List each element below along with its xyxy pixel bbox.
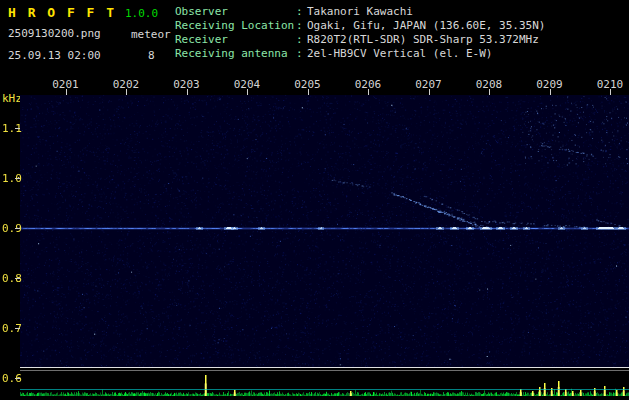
info-value: Takanori Kawachi bbox=[307, 5, 413, 18]
time-tick bbox=[308, 89, 309, 95]
station-info-list: Observer:Takanori KawachiReceiving Locat… bbox=[175, 5, 545, 61]
info-value: Ogaki, Gifu, JAPAN (136.60E, 35.35N) bbox=[307, 19, 545, 32]
time-tick bbox=[247, 89, 248, 95]
hourly-echo-count: 8 bbox=[148, 49, 155, 62]
separator-line bbox=[20, 367, 629, 368]
signal-level-canvas bbox=[20, 372, 629, 398]
info-row-observer: Observer:Takanori Kawachi bbox=[175, 5, 545, 19]
info-label: Receiving Location bbox=[175, 19, 296, 33]
app-version: 1.0.0 bbox=[125, 7, 158, 20]
info-colon: : bbox=[296, 19, 307, 33]
info-label: Receiving antenna bbox=[175, 47, 296, 61]
info-row-receiving-location: Receiving Location:Ogaki, Gifu, JAPAN (1… bbox=[175, 19, 545, 33]
hrofft-window: H R O F F T 1.0.0 2509130200.png meteor … bbox=[0, 0, 629, 400]
info-value: 2el-HB9CV Vertical (el. E-W) bbox=[307, 47, 492, 60]
info-row-receiving-antenna: Receiving antenna:2el-HB9CV Vertical (el… bbox=[175, 47, 545, 61]
freq-tick bbox=[15, 178, 20, 179]
info-value: R820T2(RTL-SDR) SDR-Sharp 53.372MHz bbox=[307, 33, 539, 46]
freq-tick bbox=[15, 378, 20, 379]
spectrogram-panel: kHz 020102020203020402050206020702080209… bbox=[0, 72, 629, 400]
time-tick bbox=[429, 89, 430, 95]
info-colon: : bbox=[296, 47, 307, 61]
output-file-name: 2509130200.png bbox=[8, 27, 101, 40]
info-colon: : bbox=[296, 33, 307, 47]
time-tick bbox=[610, 89, 611, 95]
time-tick bbox=[550, 89, 551, 95]
time-tick bbox=[187, 89, 188, 95]
freq-tick bbox=[15, 228, 20, 229]
info-row-receiver: Receiver:R820T2(RTL-SDR) SDR-Sharp 53.37… bbox=[175, 33, 545, 47]
spectrogram-canvas bbox=[20, 95, 629, 368]
freq-tick bbox=[15, 128, 20, 129]
freq-axis-unit-label: kHz bbox=[2, 92, 22, 105]
app-title: H R O F F T bbox=[8, 5, 116, 20]
mode-label: meteor bbox=[131, 28, 171, 41]
time-tick bbox=[368, 89, 369, 95]
time-tick bbox=[66, 89, 67, 95]
info-label: Receiver bbox=[175, 33, 296, 47]
time-tick bbox=[489, 89, 490, 95]
info-colon: : bbox=[296, 5, 307, 19]
freq-tick bbox=[15, 328, 20, 329]
time-tick bbox=[126, 89, 127, 95]
header: H R O F F T 1.0.0 2509130200.png meteor … bbox=[0, 0, 629, 72]
separator-line-2 bbox=[20, 370, 629, 371]
observation-datetime: 25.09.13 02:00 bbox=[8, 49, 101, 62]
freq-tick bbox=[15, 278, 20, 279]
info-label: Observer bbox=[175, 5, 296, 19]
